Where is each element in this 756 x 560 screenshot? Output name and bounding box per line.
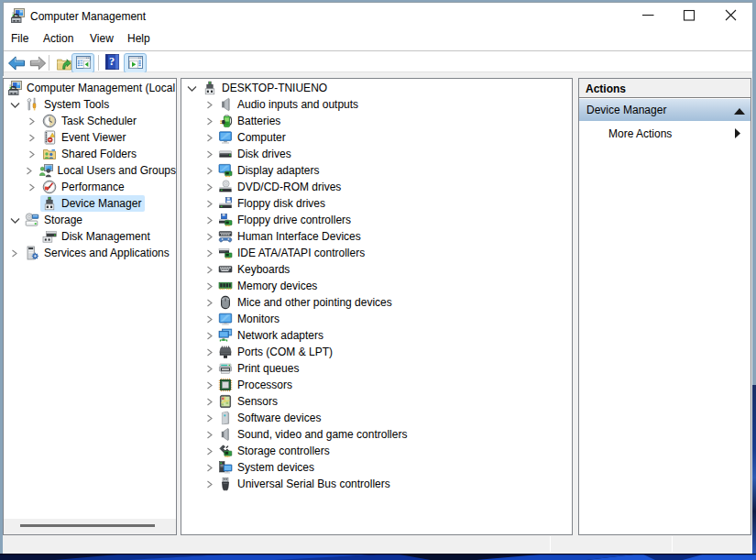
svg-text:?: ? — [109, 55, 115, 68]
